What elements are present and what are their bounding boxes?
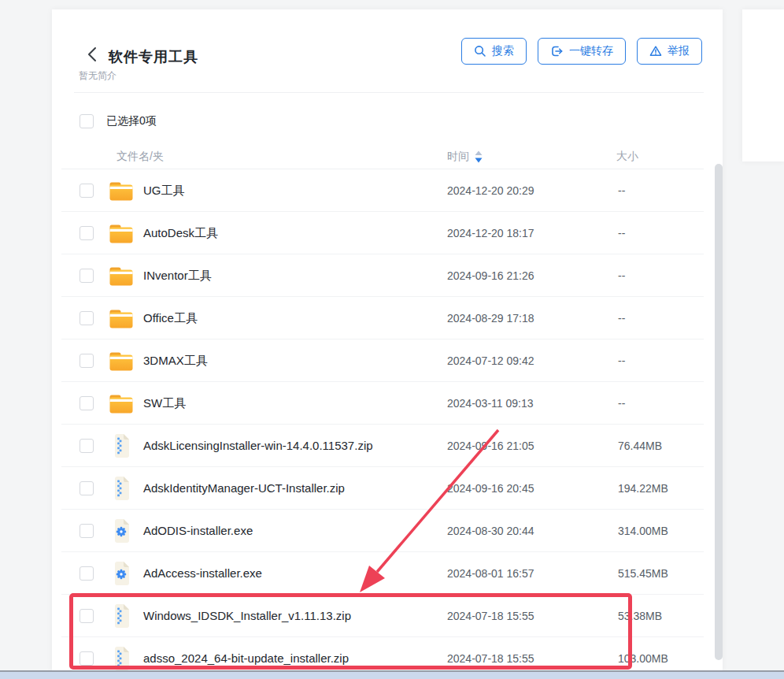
column-header-time-sort[interactable]: 时间 xyxy=(447,150,483,164)
table-row[interactable]: UG工具 2024-12-20 20:29 -- xyxy=(52,169,723,212)
transfer-button-label: 一键转存 xyxy=(569,44,613,58)
file-size: -- xyxy=(618,227,625,239)
table-row[interactable]: SW工具 2024-03-11 09:13 -- xyxy=(52,382,723,425)
file-size: 53.38MB xyxy=(618,610,662,622)
file-name[interactable]: AdAccess-installer.exe xyxy=(143,566,262,580)
adjacent-panel-fragment xyxy=(742,9,784,161)
column-header-size: 大小 xyxy=(616,150,638,164)
file-time: 2024-03-11 09:13 xyxy=(447,397,534,410)
zip-icon xyxy=(109,433,134,458)
folder-icon xyxy=(109,221,134,246)
search-button-label: 搜索 xyxy=(492,44,514,58)
file-time: 2024-09-16 21:05 xyxy=(447,440,534,452)
file-size: -- xyxy=(618,269,625,282)
transfer-icon xyxy=(550,45,564,58)
sort-carets-icon xyxy=(475,150,483,163)
table-row[interactable]: AdskLicensingInstaller-win-14.4.0.11537.… xyxy=(52,425,723,467)
row-checkbox[interactable] xyxy=(80,354,94,368)
table-row[interactable]: AdskIdentityManager-UCT-Installer.zip 20… xyxy=(52,467,723,510)
file-time: 2024-07-18 15:55 xyxy=(447,610,534,622)
table-header: 文件名/夹 时间 大小 xyxy=(52,145,723,169)
table-row[interactable]: 3DMAX工具 2024-07-12 09:42 -- xyxy=(52,340,723,382)
back-button[interactable] xyxy=(83,44,101,65)
exe-icon xyxy=(109,561,134,586)
file-name[interactable]: AdskLicensingInstaller-win-14.4.0.11537.… xyxy=(143,439,373,452)
file-time: 2024-08-01 16:57 xyxy=(447,567,534,580)
table-row[interactable]: Office工具 2024-08-29 17:18 -- xyxy=(52,297,723,340)
zip-icon xyxy=(109,603,134,629)
folder-icon xyxy=(109,263,134,288)
file-time: 2024-12-20 18:17 xyxy=(447,227,534,239)
file-size: -- xyxy=(618,184,625,197)
file-name[interactable]: SW工具 xyxy=(143,396,186,411)
page-title: 软件专用工具 xyxy=(109,47,198,66)
taskbar-edge xyxy=(0,670,784,679)
row-checkbox[interactable] xyxy=(80,524,94,538)
file-name[interactable]: AdskIdentityManager-UCT-Installer.zip xyxy=(143,481,345,495)
row-checkbox[interactable] xyxy=(80,226,94,240)
file-list: UG工具 2024-12-20 20:29 -- AutoDesk工具 2024… xyxy=(52,169,723,671)
file-time: 2024-09-16 21:26 xyxy=(447,269,534,282)
file-name[interactable]: adsso_2024_64-bit-update_installer.zip xyxy=(143,651,349,665)
file-size: 515.45MB xyxy=(618,567,668,580)
file-name[interactable]: UG工具 xyxy=(143,184,185,199)
file-size: 103.00MB xyxy=(618,652,668,665)
table-row[interactable]: AdAccess-installer.exe 2024-08-01 16:57 … xyxy=(52,552,723,595)
row-checkbox[interactable] xyxy=(80,651,94,666)
row-checkbox[interactable] xyxy=(80,609,94,623)
transfer-button[interactable]: 一键转存 xyxy=(538,38,626,65)
row-checkbox[interactable] xyxy=(80,481,94,495)
zip-icon xyxy=(109,646,134,671)
folder-icon xyxy=(109,391,134,416)
row-checkbox[interactable] xyxy=(80,566,94,581)
folder-icon xyxy=(109,178,134,203)
file-time: 2024-07-18 15:55 xyxy=(447,652,534,665)
row-checkbox[interactable] xyxy=(80,311,94,325)
column-header-filename: 文件名/夹 xyxy=(116,150,164,164)
report-button-label: 举报 xyxy=(668,44,690,58)
sort-desc-icon xyxy=(475,158,483,163)
file-name[interactable]: 3DMAX工具 xyxy=(143,354,208,369)
file-size: -- xyxy=(618,354,625,367)
report-warning-icon xyxy=(649,45,662,58)
search-button[interactable]: 搜索 xyxy=(461,38,527,65)
search-icon xyxy=(474,45,486,58)
folder-icon xyxy=(109,306,134,331)
row-checkbox[interactable] xyxy=(80,269,94,283)
file-size: -- xyxy=(618,397,625,410)
file-time: 2024-08-30 20:44 xyxy=(447,525,534,537)
table-row[interactable]: AutoDesk工具 2024-12-20 18:17 -- xyxy=(52,212,723,254)
file-size: -- xyxy=(618,312,625,325)
file-name[interactable]: AdODIS-installer.exe xyxy=(143,524,253,537)
file-name[interactable]: INventor工具 xyxy=(143,269,212,284)
row-checkbox[interactable] xyxy=(80,439,94,453)
file-size: 194.22MB xyxy=(618,482,668,495)
file-size: 76.44MB xyxy=(618,440,662,452)
action-bar: 搜索 一键转存 举报 xyxy=(461,38,702,65)
exe-icon xyxy=(109,518,134,544)
header-divider xyxy=(74,92,704,93)
column-header-time-label: 时间 xyxy=(447,150,469,164)
row-checkbox[interactable] xyxy=(80,184,94,198)
file-name[interactable]: AutoDesk工具 xyxy=(143,226,218,241)
file-name[interactable]: Windows_IDSDK_Installer_v1.11.13.zip xyxy=(143,609,351,622)
file-name[interactable]: Office工具 xyxy=(143,311,198,326)
select-all-checkbox[interactable] xyxy=(80,114,94,128)
selection-bar: 已选择0项 xyxy=(80,114,157,128)
file-time: 2024-12-20 20:29 xyxy=(447,184,534,197)
table-row[interactable]: INventor工具 2024-09-16 21:26 -- xyxy=(52,254,723,297)
folder-icon xyxy=(109,348,134,373)
file-time: 2024-09-16 20:45 xyxy=(447,482,534,495)
table-row[interactable]: AdODIS-installer.exe 2024-08-30 20:44 31… xyxy=(52,510,723,552)
selection-count-label: 已选择0项 xyxy=(106,114,157,128)
report-button[interactable]: 举报 xyxy=(637,38,702,65)
file-size: 314.00MB xyxy=(618,525,668,537)
table-row[interactable]: adsso_2024_64-bit-update_installer.zip 2… xyxy=(52,637,723,671)
sort-asc-icon xyxy=(475,151,483,156)
row-checkbox[interactable] xyxy=(80,396,94,410)
zip-icon xyxy=(109,476,134,501)
page-subtitle: 暂无简介 xyxy=(79,69,116,83)
table-row[interactable]: Windows_IDSDK_Installer_v1.11.13.zip 202… xyxy=(52,595,723,637)
scrollbar-thumb[interactable] xyxy=(715,164,723,660)
chevron-left-icon xyxy=(87,46,97,62)
